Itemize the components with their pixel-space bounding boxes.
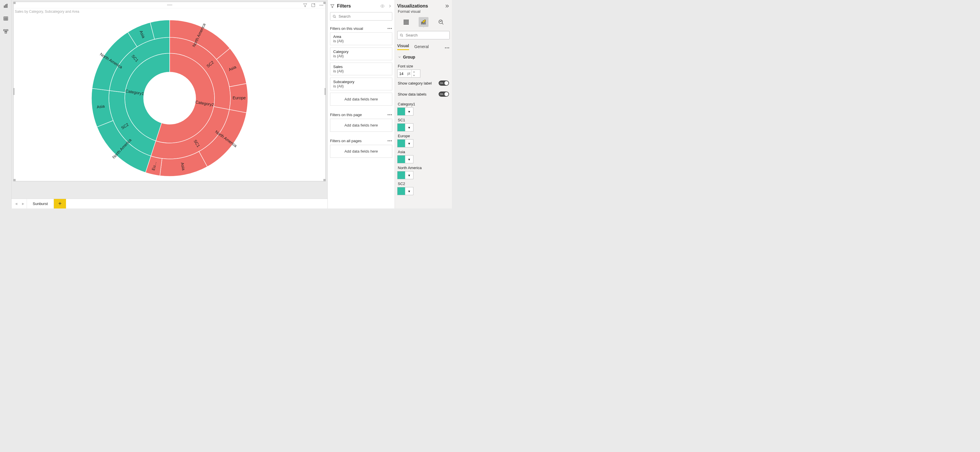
eye-preview-icon[interactable] [380, 4, 385, 8]
group-section-toggle[interactable]: Group [398, 55, 450, 59]
color-label: SC2 [398, 181, 450, 186]
model-view-icon[interactable] [2, 28, 9, 35]
filter-card[interactable]: Salesis (All) [330, 62, 392, 75]
add-page-filter-drop[interactable]: Add data fields here [330, 119, 392, 132]
filter-card[interactable]: Categoryis (All) [330, 48, 392, 60]
report-canvas: Sales by Category, Subcategory and Area … [11, 0, 328, 208]
svg-rect-8 [3, 30, 5, 31]
report-view-icon[interactable] [2, 2, 9, 9]
filter-field: Category [333, 49, 389, 54]
color-picker[interactable]: ▾ [397, 107, 414, 116]
color-label: SC1 [398, 118, 450, 122]
filter-field: Subcategory [333, 80, 389, 84]
chevron-down-icon[interactable]: ▾ [405, 156, 413, 163]
visualizations-pane: Visualizations Format visual Visual Gene… [395, 0, 452, 208]
search-icon [400, 33, 403, 37]
svg-rect-3 [4, 17, 8, 20]
show-category-toggle[interactable]: On [439, 81, 449, 86]
filter-card[interactable]: Areais (All) [330, 32, 392, 45]
tab-general[interactable]: General [414, 43, 429, 50]
font-size-input[interactable] [398, 72, 407, 76]
color-picker[interactable]: ▾ [397, 123, 414, 132]
svg-point-46 [439, 20, 442, 24]
tab-visual[interactable]: Visual [397, 42, 409, 50]
data-view-icon[interactable] [2, 15, 9, 22]
more-options-icon[interactable]: ••• [445, 46, 450, 50]
svg-marker-13 [304, 3, 307, 7]
filter-card[interactable]: Subcategoryis (All) [330, 78, 392, 90]
color-label: Europe [398, 134, 450, 138]
chevron-down-icon[interactable]: ▾ [405, 140, 413, 147]
visual-header [14, 2, 325, 8]
add-page-button[interactable]: + [54, 199, 66, 208]
color-picker[interactable]: ▾ [397, 171, 414, 179]
filters-title: Filters [337, 3, 351, 9]
svg-rect-41 [404, 20, 409, 21]
page-tab-sunburst[interactable]: Sunburst [27, 199, 54, 208]
color-picker[interactable]: ▾ [397, 187, 414, 195]
chevron-down-icon[interactable]: ▾ [405, 172, 413, 179]
font-size-down[interactable]: ▾ [412, 73, 416, 77]
group-label: Group [403, 55, 415, 59]
visual-container[interactable]: Sales by Category, Subcategory and Area … [13, 2, 326, 181]
format-visual-subtitle: Format visual [397, 9, 450, 15]
format-search-input[interactable] [406, 33, 447, 37]
color-label: North America [398, 166, 450, 170]
drag-grip-icon[interactable] [167, 4, 172, 5]
chevron-down-icon[interactable]: ▾ [405, 124, 413, 131]
page-prev-icon[interactable]: ◄ [13, 199, 20, 208]
page-next-icon[interactable]: ► [20, 199, 27, 208]
svg-rect-42 [404, 24, 409, 24]
filter-icon [330, 4, 335, 8]
chevron-down-icon[interactable]: ▾ [405, 108, 413, 115]
expand-pane-icon[interactable] [444, 3, 450, 9]
filter-icon[interactable] [303, 3, 307, 8]
collapse-pane-icon[interactable] [388, 4, 392, 8]
search-icon [332, 14, 336, 19]
add-all-filter-drop[interactable]: Add data fields here [330, 145, 392, 158]
svg-line-38 [335, 17, 336, 18]
svg-rect-1 [5, 5, 6, 8]
filter-value: is (All) [333, 69, 389, 73]
filters-search-input[interactable] [339, 14, 390, 19]
svg-line-15 [313, 3, 315, 5]
font-size-input-group[interactable]: pt ▴ ▾ [397, 70, 420, 78]
color-picker[interactable]: ▾ [397, 155, 414, 163]
more-options-icon[interactable] [319, 3, 324, 8]
focus-mode-icon[interactable] [311, 3, 315, 8]
format-search[interactable] [397, 31, 450, 40]
page-tabs: ◄ ► Sunburst + [11, 199, 328, 208]
svg-rect-40 [404, 22, 409, 23]
view-switcher-rail [0, 0, 11, 208]
more-options-icon[interactable]: ••• [387, 139, 392, 143]
font-size-up[interactable]: ▴ [412, 70, 416, 73]
filter-field: Area [333, 35, 389, 39]
show-data-toggle[interactable]: On [439, 91, 449, 97]
format-mode-tab[interactable] [418, 17, 428, 27]
visualizations-title: Visualizations [397, 3, 428, 9]
chevron-down-icon[interactable]: ▾ [405, 187, 413, 195]
more-options-icon[interactable]: ••• [387, 113, 392, 117]
svg-marker-35 [331, 5, 334, 8]
svg-text:Europe: Europe [232, 95, 245, 100]
svg-line-47 [442, 23, 443, 25]
chart-area: Category2SC2North AmericaAsiaEuropeSC1No… [14, 15, 325, 181]
svg-line-49 [402, 36, 403, 37]
svg-point-16 [320, 5, 320, 5]
svg-point-18 [323, 5, 323, 5]
color-label: Asia [398, 150, 450, 154]
more-options-icon[interactable]: ••• [387, 26, 392, 31]
visual-title: Sales by Category, Subcategory and Area [14, 8, 325, 15]
font-size-unit: pt [407, 72, 410, 76]
filter-value: is (All) [333, 84, 389, 88]
chevron-down-icon [398, 55, 401, 59]
color-picker[interactable]: ▾ [397, 139, 414, 147]
svg-point-36 [382, 5, 383, 7]
analytics-mode-tab[interactable] [436, 17, 446, 27]
filters-search[interactable] [330, 12, 392, 21]
filter-value: is (All) [333, 54, 389, 58]
svg-point-17 [321, 5, 321, 5]
filters-visual-heading: Filters on this visual [330, 26, 363, 31]
fields-mode-tab[interactable] [401, 17, 411, 27]
add-visual-filter-drop[interactable]: Add data fields here [330, 93, 392, 106]
